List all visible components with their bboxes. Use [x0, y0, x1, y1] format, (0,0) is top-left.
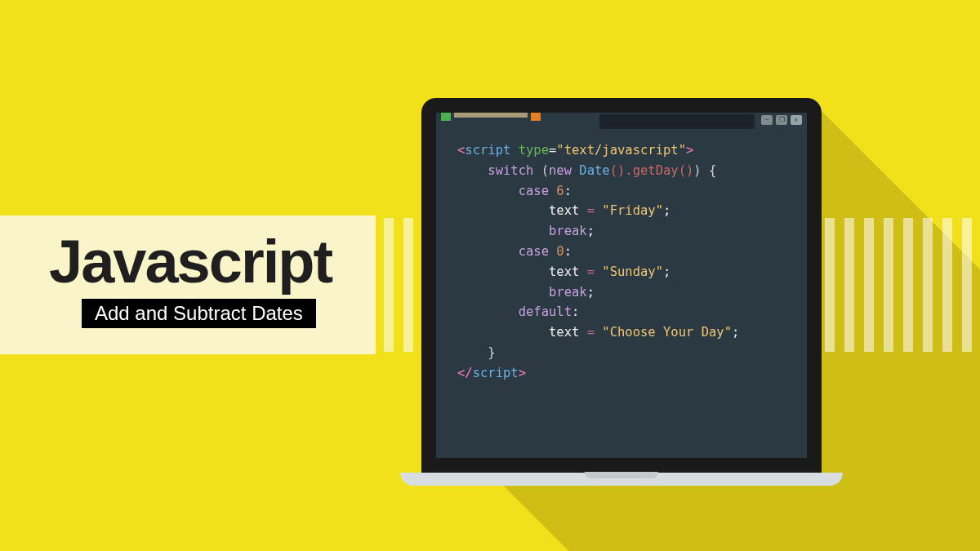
maximize-icon: ❐: [776, 115, 787, 125]
code-token: ;: [663, 264, 670, 279]
code-token: =: [587, 325, 603, 340]
laptop-bezel: − ❐ x <script type="text/javascript"> sw…: [421, 98, 822, 473]
code-token: ;: [587, 285, 595, 300]
bar: [844, 218, 854, 352]
window-controls: − ❐ x: [761, 115, 802, 125]
code-token: =: [549, 143, 556, 158]
bar: [903, 218, 913, 352]
code-token: "text/javascript": [556, 143, 686, 158]
code-token: switch: [488, 163, 533, 178]
code-token: ;: [732, 325, 739, 340]
marker-orange: [531, 113, 541, 121]
code-token: break: [549, 285, 587, 300]
minimize-icon: −: [761, 115, 773, 125]
code-token: text: [549, 203, 587, 218]
code-token: 6: [549, 184, 564, 198]
code-token: "Sunday": [602, 264, 663, 279]
code-token: :: [564, 184, 572, 198]
editor-top-bar: − ❐ x: [436, 113, 807, 124]
title-main: Javascript: [49, 232, 343, 292]
code-token: Date: [572, 163, 610, 178]
code-token: }: [488, 345, 495, 360]
bar: [942, 218, 952, 352]
laptop-base: [400, 473, 843, 486]
bar: [825, 218, 835, 352]
code-token: <: [457, 143, 465, 158]
code-token: :: [564, 244, 572, 259]
code-token: ().getDay(): [610, 163, 694, 178]
code-token: (: [533, 163, 549, 178]
code-token: ) {: [693, 163, 716, 178]
laptop-notch: [585, 472, 658, 478]
bar: [403, 218, 413, 352]
code-block: <script type="text/javascript"> switch (…: [457, 140, 739, 384]
code-token: text: [549, 325, 587, 340]
code-token: 0: [549, 244, 564, 259]
address-bar: [599, 114, 755, 129]
code-token: >: [519, 366, 526, 380]
code-token: case: [519, 244, 549, 259]
title-panel: Javascript Add and Subtract Dates: [0, 216, 376, 354]
decorative-bars-right: [825, 218, 972, 352]
code-token: case: [519, 184, 549, 198]
code-token: text: [549, 264, 587, 279]
code-token: :: [572, 304, 579, 319]
code-token: ;: [663, 203, 670, 218]
code-token: break: [549, 224, 587, 238]
code-token: "Friday": [602, 203, 663, 218]
laptop-illustration: − ❐ x <script type="text/javascript"> sw…: [421, 98, 822, 486]
code-editor-screen: − ❐ x <script type="text/javascript"> sw…: [436, 113, 807, 458]
bar: [923, 218, 933, 352]
bar: [384, 218, 394, 352]
code-token: >: [686, 143, 693, 158]
code-token: new: [549, 163, 572, 178]
code-token: =: [587, 264, 603, 279]
code-token: "Choose Your Day": [602, 325, 732, 340]
code-token: =: [587, 203, 603, 218]
code-token: script: [473, 366, 519, 380]
code-token: script: [465, 143, 510, 158]
title-subtitle: Add and Subtract Dates: [82, 299, 316, 328]
marker-beige: [454, 113, 528, 118]
bar: [884, 218, 893, 352]
bar: [864, 218, 874, 352]
bar: [962, 218, 972, 352]
code-token: </: [457, 366, 473, 380]
marker-green: [441, 113, 451, 121]
code-token: default: [519, 304, 572, 319]
code-token: ;: [587, 224, 595, 238]
close-icon: x: [791, 115, 802, 125]
code-token: type: [510, 143, 549, 158]
